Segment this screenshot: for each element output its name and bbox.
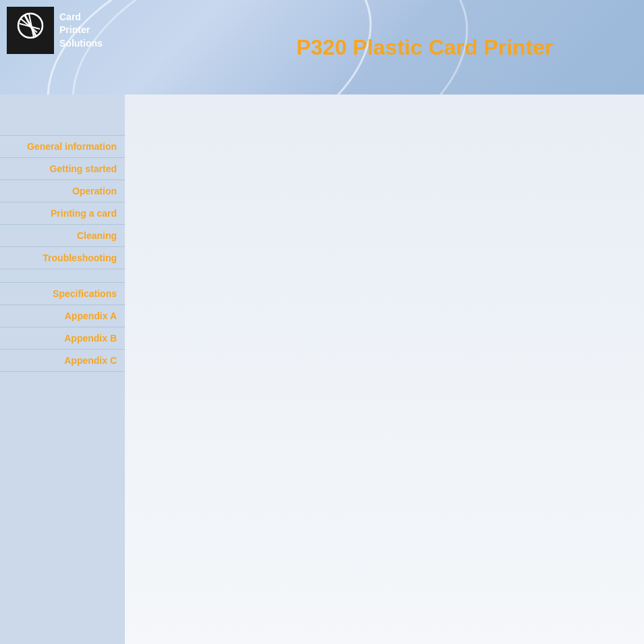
sidebar: General information Getting started Oper… [0,95,125,644]
sidebar-item-specifications[interactable]: Specifications [0,283,125,305]
company-name: Card Printer Solutions [59,11,103,51]
sidebar-item-appendix-c[interactable]: Appendix C [0,350,125,372]
zebra-logo-icon [10,9,51,52]
page-title: P320 Plastic Card Printer [296,35,554,60]
sidebar-item-operation[interactable]: Operation [0,180,125,203]
content-area [125,95,644,644]
sidebar-item-getting-started[interactable]: Getting started [0,158,125,180]
header: Card Printer Solutions P320 Plastic Card… [0,0,644,95]
sidebar-gap [0,269,125,283]
sidebar-item-general-information[interactable]: General information [0,135,125,158]
sidebar-item-appendix-b[interactable]: Appendix B [0,327,125,350]
logo-area: Card Printer Solutions [7,7,103,54]
sidebar-item-appendix-a[interactable]: Appendix A [0,305,125,327]
sidebar-item-cleaning[interactable]: Cleaning [0,225,125,247]
logo-box [7,7,54,54]
main-layout: General information Getting started Oper… [0,95,644,644]
sidebar-item-troubleshooting[interactable]: Troubleshooting [0,247,125,269]
sidebar-item-printing-a-card[interactable]: Printing a card [0,203,125,225]
